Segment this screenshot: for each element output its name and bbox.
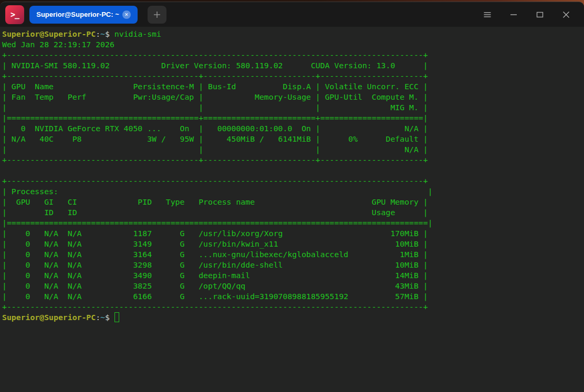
prompt-user-host: Superior@Superior-PC [2, 313, 96, 322]
minimize-icon [508, 9, 519, 20]
hamburger-icon [482, 9, 493, 20]
prompt-line-current: Superior@Superior-PC:~$ [2, 312, 584, 323]
prompt-path: ~ [100, 29, 105, 38]
prompt-dollar: $ [105, 313, 114, 322]
terminal-glyph: >_ [11, 10, 19, 19]
prompt-line: Superior@Superior-PC:~$ nvidia-smi [2, 29, 584, 39]
tab-title: Superior@Superior-PC: ~ [36, 10, 119, 18]
menu-button[interactable] [482, 9, 493, 20]
prompt-colon: : [96, 313, 100, 322]
maximize-button[interactable] [534, 9, 546, 20]
prompt-dollar: $ [105, 29, 114, 38]
new-tab-button[interactable] [148, 6, 166, 24]
plus-icon [152, 9, 162, 20]
terminal-app-icon: >_ [5, 5, 24, 24]
titlebar: >_ Superior@Superior-PC: ~ ✕ [0, 2, 584, 27]
prompt-colon: : [96, 29, 100, 38]
prompt-path: ~ [100, 313, 105, 322]
terminal-cursor [114, 312, 119, 322]
window-controls [482, 9, 577, 20]
close-button[interactable] [560, 9, 572, 20]
terminal-window: >_ Superior@Superior-PC: ~ ✕ [0, 2, 584, 392]
command-text: nvidia-smi [114, 29, 161, 38]
minimize-button[interactable] [508, 9, 519, 20]
maximize-icon [534, 9, 546, 20]
nvidia-smi-output: Wed Jan 28 22:19:17 2026 +--------------… [2, 39, 584, 312]
terminal-content[interactable]: Superior@Superior-PC:~$ nvidia-smi Wed J… [0, 27, 584, 392]
tab-active[interactable]: Superior@Superior-PC: ~ ✕ [29, 6, 138, 24]
tab-close-icon[interactable]: ✕ [122, 10, 131, 19]
close-icon [560, 9, 572, 20]
prompt-user-host: Superior@Superior-PC [2, 29, 96, 38]
